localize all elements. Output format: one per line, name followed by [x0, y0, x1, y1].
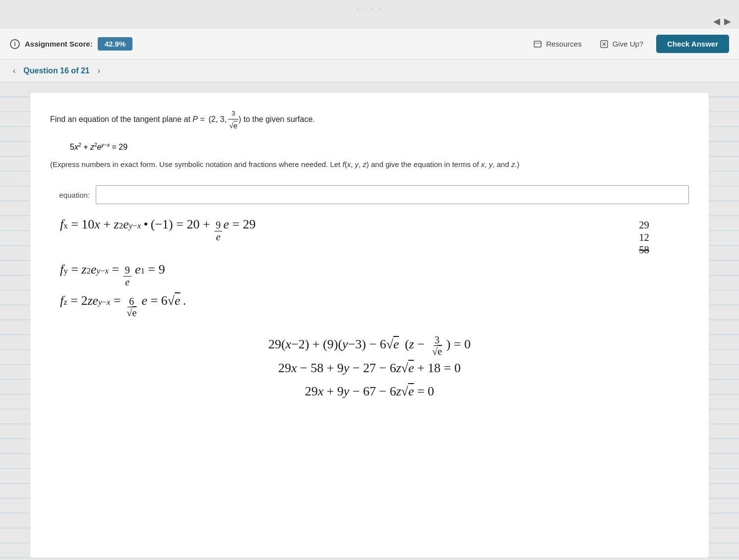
top-bar: i Assignment Score: 42.9% Resources Give… [0, 29, 739, 59]
assignment-score-label: Assignment Score: [25, 40, 93, 48]
nav-bar: ‹ Question 16 of 21 › [0, 59, 739, 82]
work-line-fy: fy = z2ey−x = 9 e e1 = 9 [60, 259, 679, 287]
top-bar-right: Resources Give Up? Check Answer [528, 35, 729, 53]
top-bar-left: i Assignment Score: 42.9% [10, 37, 520, 51]
final-eq-2: 29x − 58 + 9y − 27 − 6z√e + 18 = 0 [50, 357, 689, 380]
final-eq-3: 29x + 9y − 67 − 6z√e = 0 [50, 380, 689, 403]
give-up-button[interactable]: Give Up? [595, 37, 649, 52]
instructions-text: (Express numbers in exact form. Use symb… [50, 159, 689, 170]
equation-display: 5x2 + z2ey−x = 29 [70, 142, 689, 152]
give-up-label: Give Up? [613, 40, 644, 48]
handwritten-work: fx = 10x + z2ey−x • (−1) = 20 + 9 e e = … [50, 214, 689, 318]
resources-icon [533, 40, 542, 49]
problem-statement: Find an equation of the tangent plane at… [50, 108, 689, 132]
final-eq-1: 29(x−2) + (9)(y−3) − 6√e (z − 3 √e ) = 0 [50, 333, 689, 357]
question-label: Question 16 of 21 [23, 66, 89, 75]
equation-label: equation: [50, 191, 90, 199]
give-up-icon [600, 40, 609, 49]
final-equations: 29(x−2) + (9)(y−3) − 6√e (z − 3 √e ) = 0… [50, 333, 689, 403]
equation-input[interactable] [96, 185, 689, 204]
resources-button[interactable]: Resources [528, 37, 587, 52]
find-text: Find an equation of the tangent plane at… [50, 115, 207, 123]
score-badge: 42.9% [98, 37, 133, 51]
window-controls: ◀ ▶ [0, 14, 739, 29]
svg-rect-0 [534, 41, 541, 47]
surface-text: to the given surface. [244, 115, 315, 123]
next-question-button[interactable]: › [95, 64, 103, 77]
prev-icon[interactable]: ◀ [713, 16, 720, 27]
point-value: (2, 3, 3√e) [207, 115, 241, 123]
check-answer-label: Check Answer [667, 40, 718, 48]
info-icon[interactable]: i [10, 39, 20, 49]
top-dots: · · · · [0, 0, 739, 14]
work-line-fx: fx = 10x + z2ey−x • (−1) = 20 + 9 e e = … [60, 214, 679, 256]
work-line-fz: fz = 2zey−x = 6 √e e = 6√e . [60, 290, 679, 319]
next-icon[interactable]: ▶ [724, 16, 731, 27]
content-card: Find an equation of the tangent plane at… [30, 92, 709, 558]
equation-row: equation: [50, 185, 689, 204]
check-answer-button[interactable]: Check Answer [656, 35, 729, 53]
resources-label: Resources [546, 40, 582, 48]
prev-question-button[interactable]: ‹ [10, 64, 18, 77]
